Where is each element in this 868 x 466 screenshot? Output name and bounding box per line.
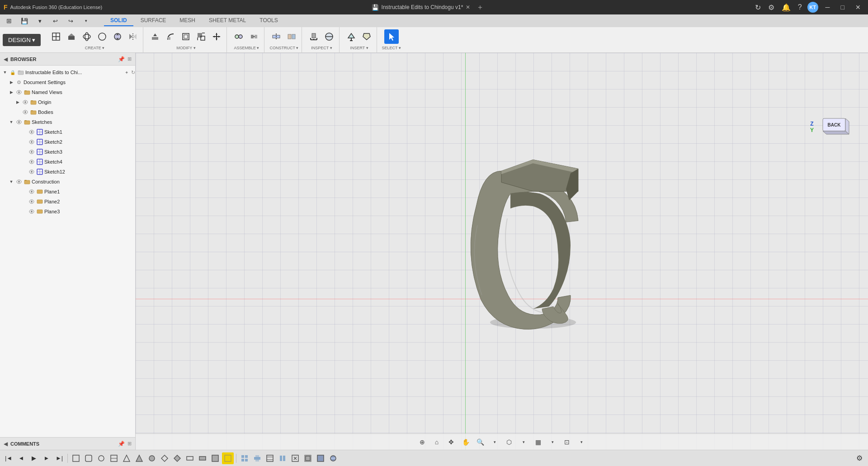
undo-icon[interactable]: ↩ (48, 14, 62, 28)
viewport[interactable]: BACK Z Y ⊕ ⌂ ✥ ✋ 🔍 ▾ ⬡ ▾ ▦ ▾ ⊡ ▾ (136, 53, 868, 450)
comments-back-icon[interactable]: ◀ (4, 441, 8, 447)
bt-icon-7[interactable] (146, 452, 158, 464)
bt-icon-10[interactable] (184, 452, 196, 464)
section-analysis-icon[interactable] (322, 29, 336, 44)
press-pull-icon[interactable] (148, 29, 162, 44)
tree-sketch3[interactable]: ▶ Sketch3 (0, 147, 135, 157)
tab-sheet-metal[interactable]: SHEET METAL (203, 15, 252, 26)
joint-icon[interactable] (231, 29, 246, 44)
tab-tools[interactable]: TOOLS (253, 15, 284, 26)
tree-sketch12[interactable]: ▶ Sketch12 (0, 167, 135, 177)
pan-icon[interactable]: ✋ (459, 436, 472, 448)
browser-resize-icon[interactable]: ⊞ (127, 56, 132, 62)
tree-root[interactable]: ▼ 🔒 Instructable Edits to Chi... ✦ ↻ (0, 67, 135, 77)
tree-named-views[interactable]: ▶ Named Views (0, 87, 135, 97)
bt-icon-15[interactable] (251, 452, 263, 464)
browser-back-icon[interactable]: ◀ (4, 56, 8, 62)
tree-sketch4[interactable]: ▶ Sketch4 (0, 157, 135, 167)
combine-icon[interactable] (110, 29, 125, 44)
bt-icon-11[interactable] (197, 452, 208, 464)
tree-sketch2[interactable]: ▶ Sketch2 (0, 137, 135, 147)
tree-root-refresh[interactable]: ↻ (131, 70, 135, 75)
tree-bodies[interactable]: ▶ Bodies (0, 107, 135, 117)
settings-icon[interactable]: ⚙ (766, 3, 776, 12)
bt-icon-2[interactable] (83, 452, 94, 464)
bt-icon-18[interactable] (289, 452, 301, 464)
bt-icon-8[interactable] (159, 452, 170, 464)
minimize-button[interactable]: ─ (822, 3, 834, 12)
bt-icon-21[interactable] (327, 452, 339, 464)
step-forward-button[interactable]: ► (41, 452, 52, 464)
tab-solid[interactable]: SOLID (104, 15, 133, 26)
rigid-group-icon[interactable] (247, 29, 261, 44)
perspective-dropdown[interactable]: ▾ (575, 436, 588, 448)
shell-icon[interactable] (179, 29, 193, 44)
grid-dropdown[interactable]: ▾ (546, 436, 559, 448)
mirror-icon[interactable] (126, 29, 140, 44)
tree-plane1[interactable]: ▶ Plane1 (0, 187, 135, 197)
grid-icon[interactable]: ⊞ (2, 14, 16, 28)
go-to-start-button[interactable]: |◄ (3, 452, 14, 464)
insert-mesh-icon[interactable] (344, 29, 359, 44)
revolve-icon[interactable] (80, 29, 94, 44)
extrude-icon[interactable] (64, 29, 79, 44)
browser-pin-icon[interactable]: 📌 (118, 56, 125, 62)
zoom-icon[interactable]: 🔍 (474, 436, 486, 448)
step-back-button[interactable]: ◄ (15, 452, 27, 464)
fit-icon[interactable]: ⊕ (416, 436, 429, 448)
view-cube[interactable]: BACK (818, 116, 850, 148)
bt-icon-14[interactable] (239, 452, 250, 464)
display-mode-icon[interactable]: ⬡ (503, 436, 515, 448)
tree-plane2[interactable]: ▶ Plane2 (0, 197, 135, 207)
close-button[interactable]: ✕ (852, 3, 864, 12)
bt-icon-5[interactable] (121, 452, 132, 464)
insert-svg-icon[interactable] (359, 29, 374, 44)
bt-icon-1[interactable] (70, 452, 82, 464)
play-button[interactable]: ▶ (28, 452, 40, 464)
tree-document-settings[interactable]: ▶ ⚙ Document Settings (0, 77, 135, 87)
grid-display-icon[interactable]: ▦ (532, 436, 544, 448)
fillet-icon[interactable] (163, 29, 178, 44)
orbit-icon[interactable]: ✥ (445, 436, 458, 448)
new-component-icon[interactable] (49, 29, 63, 44)
tab-surface[interactable]: SURFACE (134, 15, 173, 26)
design-button[interactable]: DESIGN ▾ (3, 34, 41, 46)
bt-icon-17[interactable] (277, 452, 288, 464)
sweep-icon[interactable] (95, 29, 109, 44)
bt-icon-20[interactable] (315, 452, 326, 464)
notification-icon[interactable]: 🔔 (780, 3, 793, 12)
restore-button[interactable]: □ (837, 3, 848, 12)
tree-construction[interactable]: ▼ Construction (0, 177, 135, 187)
tree-sketches[interactable]: ▼ Sketches (0, 117, 135, 127)
refresh-icon[interactable]: ↻ (753, 3, 763, 12)
bt-icon-16[interactable] (264, 452, 276, 464)
bt-icon-19[interactable] (302, 452, 314, 464)
bt-icon-6[interactable] (133, 452, 145, 464)
scale-icon[interactable] (194, 29, 208, 44)
save-icon[interactable]: 💾 (17, 14, 32, 28)
tree-plane3[interactable]: ▶ Plane3 (0, 207, 135, 217)
tree-sketch1[interactable]: ▶ Sketch1 (0, 127, 135, 137)
add-tab-icon[interactable]: ＋ (476, 3, 484, 12)
zoom-dropdown[interactable]: ▾ (488, 436, 501, 448)
bt-icon-12[interactable] (209, 452, 221, 464)
menu-icon[interactable]: ▾ (33, 14, 47, 28)
midplane-icon[interactable] (284, 29, 299, 44)
tab-mesh[interactable]: MESH (173, 15, 202, 26)
close-tab-icon[interactable]: ✕ (466, 4, 470, 10)
help-icon[interactable]: ? (796, 3, 804, 11)
redo-icon[interactable]: ↪ (63, 14, 78, 28)
settings-right-icon[interactable]: ⚙ (854, 452, 865, 464)
bt-active-icon[interactable] (222, 452, 234, 464)
comments-resize-icon[interactable]: ⊞ (127, 441, 132, 447)
go-to-end-button[interactable]: ►| (53, 452, 65, 464)
display-dropdown[interactable]: ▾ (517, 436, 530, 448)
perspective-icon[interactable]: ⊡ (561, 436, 573, 448)
select-icon[interactable] (384, 29, 399, 44)
home-view-icon[interactable]: ⌂ (430, 436, 443, 448)
undo-dropdown-icon[interactable]: ▾ (79, 14, 93, 28)
move-icon[interactable] (209, 29, 224, 44)
bt-icon-9[interactable] (171, 452, 183, 464)
tree-origin[interactable]: ▶ Origin (0, 97, 135, 107)
bt-icon-3[interactable] (95, 452, 107, 464)
